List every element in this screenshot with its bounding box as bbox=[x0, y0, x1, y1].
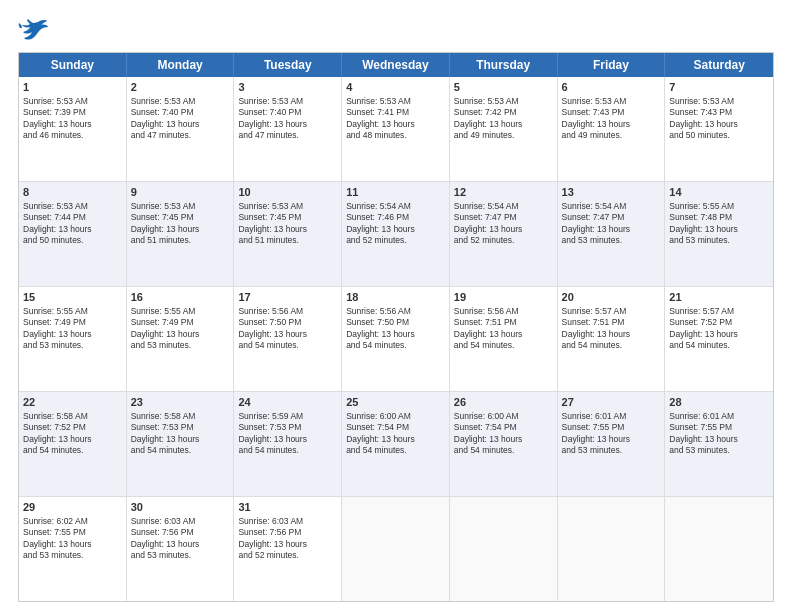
cell-line: Sunrise: 5:56 AM bbox=[454, 306, 553, 317]
day-number: 25 bbox=[346, 395, 445, 410]
cell-line: Sunrise: 5:56 AM bbox=[238, 306, 337, 317]
cell-line: and 54 minutes. bbox=[454, 340, 553, 351]
cell-line: and 54 minutes. bbox=[238, 340, 337, 351]
cell-line: and 53 minutes. bbox=[23, 550, 122, 561]
cell-line: Sunset: 7:46 PM bbox=[346, 212, 445, 223]
calendar-cell-3: 3Sunrise: 5:53 AMSunset: 7:40 PMDaylight… bbox=[234, 77, 342, 181]
calendar-cell-31: 31Sunrise: 6:03 AMSunset: 7:56 PMDayligh… bbox=[234, 497, 342, 601]
cell-line: Sunrise: 5:53 AM bbox=[346, 96, 445, 107]
day-number: 26 bbox=[454, 395, 553, 410]
calendar-row-3: 15Sunrise: 5:55 AMSunset: 7:49 PMDayligh… bbox=[19, 287, 773, 392]
calendar-row-1: 1Sunrise: 5:53 AMSunset: 7:39 PMDaylight… bbox=[19, 77, 773, 182]
day-number: 1 bbox=[23, 80, 122, 95]
day-number: 31 bbox=[238, 500, 337, 515]
day-number: 15 bbox=[23, 290, 122, 305]
cell-line: Daylight: 13 hours bbox=[23, 539, 122, 550]
cell-line: Sunrise: 5:58 AM bbox=[131, 411, 230, 422]
calendar-cell-empty bbox=[665, 497, 773, 601]
calendar-cell-19: 19Sunrise: 5:56 AMSunset: 7:51 PMDayligh… bbox=[450, 287, 558, 391]
day-number: 27 bbox=[562, 395, 661, 410]
day-number: 18 bbox=[346, 290, 445, 305]
col-head-sunday: Sunday bbox=[19, 53, 127, 77]
cell-line: Sunrise: 6:00 AM bbox=[346, 411, 445, 422]
calendar-cell-23: 23Sunrise: 5:58 AMSunset: 7:53 PMDayligh… bbox=[127, 392, 235, 496]
calendar-cell-22: 22Sunrise: 5:58 AMSunset: 7:52 PMDayligh… bbox=[19, 392, 127, 496]
cell-line: Sunset: 7:52 PM bbox=[23, 422, 122, 433]
cell-line: Sunrise: 5:57 AM bbox=[669, 306, 769, 317]
cell-line: and 51 minutes. bbox=[238, 235, 337, 246]
cell-line: and 53 minutes. bbox=[131, 550, 230, 561]
cell-line: Daylight: 13 hours bbox=[669, 329, 769, 340]
cell-line: and 48 minutes. bbox=[346, 130, 445, 141]
calendar-header: SundayMondayTuesdayWednesdayThursdayFrid… bbox=[19, 53, 773, 77]
col-head-monday: Monday bbox=[127, 53, 235, 77]
day-number: 5 bbox=[454, 80, 553, 95]
cell-line: Daylight: 13 hours bbox=[562, 224, 661, 235]
cell-line: and 51 minutes. bbox=[131, 235, 230, 246]
cell-line: and 50 minutes. bbox=[669, 130, 769, 141]
cell-line: Daylight: 13 hours bbox=[238, 329, 337, 340]
cell-line: Daylight: 13 hours bbox=[131, 224, 230, 235]
calendar-cell-12: 12Sunrise: 5:54 AMSunset: 7:47 PMDayligh… bbox=[450, 182, 558, 286]
cell-line: Sunset: 7:53 PM bbox=[131, 422, 230, 433]
day-number: 8 bbox=[23, 185, 122, 200]
cell-line: Sunrise: 5:55 AM bbox=[669, 201, 769, 212]
cell-line: and 54 minutes. bbox=[346, 340, 445, 351]
cell-line: Sunset: 7:50 PM bbox=[346, 317, 445, 328]
calendar-cell-29: 29Sunrise: 6:02 AMSunset: 7:55 PMDayligh… bbox=[19, 497, 127, 601]
cell-line: Daylight: 13 hours bbox=[346, 329, 445, 340]
cell-line: Sunset: 7:55 PM bbox=[669, 422, 769, 433]
cell-line: Sunset: 7:50 PM bbox=[238, 317, 337, 328]
cell-line: Daylight: 13 hours bbox=[669, 119, 769, 130]
cell-line: Sunrise: 6:03 AM bbox=[238, 516, 337, 527]
calendar-cell-30: 30Sunrise: 6:03 AMSunset: 7:56 PMDayligh… bbox=[127, 497, 235, 601]
cell-line: Daylight: 13 hours bbox=[454, 224, 553, 235]
cell-line: and 53 minutes. bbox=[562, 235, 661, 246]
cell-line: Daylight: 13 hours bbox=[23, 119, 122, 130]
cell-line: Sunrise: 5:56 AM bbox=[346, 306, 445, 317]
cell-line: Sunset: 7:54 PM bbox=[346, 422, 445, 433]
cell-line: Sunrise: 5:53 AM bbox=[131, 96, 230, 107]
day-number: 12 bbox=[454, 185, 553, 200]
calendar-cell-4: 4Sunrise: 5:53 AMSunset: 7:41 PMDaylight… bbox=[342, 77, 450, 181]
cell-line: and 54 minutes. bbox=[23, 445, 122, 456]
calendar-cell-13: 13Sunrise: 5:54 AMSunset: 7:47 PMDayligh… bbox=[558, 182, 666, 286]
cell-line: and 52 minutes. bbox=[346, 235, 445, 246]
calendar-cell-10: 10Sunrise: 5:53 AMSunset: 7:45 PMDayligh… bbox=[234, 182, 342, 286]
calendar-body: 1Sunrise: 5:53 AMSunset: 7:39 PMDaylight… bbox=[19, 77, 773, 601]
header bbox=[18, 18, 774, 42]
cell-line: Daylight: 13 hours bbox=[346, 224, 445, 235]
col-head-wednesday: Wednesday bbox=[342, 53, 450, 77]
calendar-cell-5: 5Sunrise: 5:53 AMSunset: 7:42 PMDaylight… bbox=[450, 77, 558, 181]
calendar-cell-7: 7Sunrise: 5:53 AMSunset: 7:43 PMDaylight… bbox=[665, 77, 773, 181]
cell-line: Sunset: 7:41 PM bbox=[346, 107, 445, 118]
calendar-cell-16: 16Sunrise: 5:55 AMSunset: 7:49 PMDayligh… bbox=[127, 287, 235, 391]
calendar-cell-25: 25Sunrise: 6:00 AMSunset: 7:54 PMDayligh… bbox=[342, 392, 450, 496]
cell-line: Daylight: 13 hours bbox=[131, 434, 230, 445]
cell-line: and 53 minutes. bbox=[131, 340, 230, 351]
day-number: 21 bbox=[669, 290, 769, 305]
cell-line: and 47 minutes. bbox=[131, 130, 230, 141]
cell-line: Sunset: 7:54 PM bbox=[454, 422, 553, 433]
cell-line: Daylight: 13 hours bbox=[669, 224, 769, 235]
calendar-cell-28: 28Sunrise: 6:01 AMSunset: 7:55 PMDayligh… bbox=[665, 392, 773, 496]
day-number: 23 bbox=[131, 395, 230, 410]
day-number: 13 bbox=[562, 185, 661, 200]
day-number: 11 bbox=[346, 185, 445, 200]
cell-line: Sunset: 7:42 PM bbox=[454, 107, 553, 118]
calendar-cell-26: 26Sunrise: 6:00 AMSunset: 7:54 PMDayligh… bbox=[450, 392, 558, 496]
calendar-row-4: 22Sunrise: 5:58 AMSunset: 7:52 PMDayligh… bbox=[19, 392, 773, 497]
cell-line: and 54 minutes. bbox=[238, 445, 337, 456]
day-number: 19 bbox=[454, 290, 553, 305]
calendar-row-5: 29Sunrise: 6:02 AMSunset: 7:55 PMDayligh… bbox=[19, 497, 773, 601]
cell-line: Sunrise: 6:01 AM bbox=[669, 411, 769, 422]
cell-line: Sunset: 7:45 PM bbox=[131, 212, 230, 223]
calendar-cell-8: 8Sunrise: 5:53 AMSunset: 7:44 PMDaylight… bbox=[19, 182, 127, 286]
cell-line: Sunrise: 5:55 AM bbox=[131, 306, 230, 317]
day-number: 20 bbox=[562, 290, 661, 305]
cell-line: and 53 minutes. bbox=[23, 340, 122, 351]
cell-line: Sunrise: 6:01 AM bbox=[562, 411, 661, 422]
day-number: 29 bbox=[23, 500, 122, 515]
cell-line: and 54 minutes. bbox=[669, 340, 769, 351]
cell-line: Sunrise: 5:54 AM bbox=[346, 201, 445, 212]
